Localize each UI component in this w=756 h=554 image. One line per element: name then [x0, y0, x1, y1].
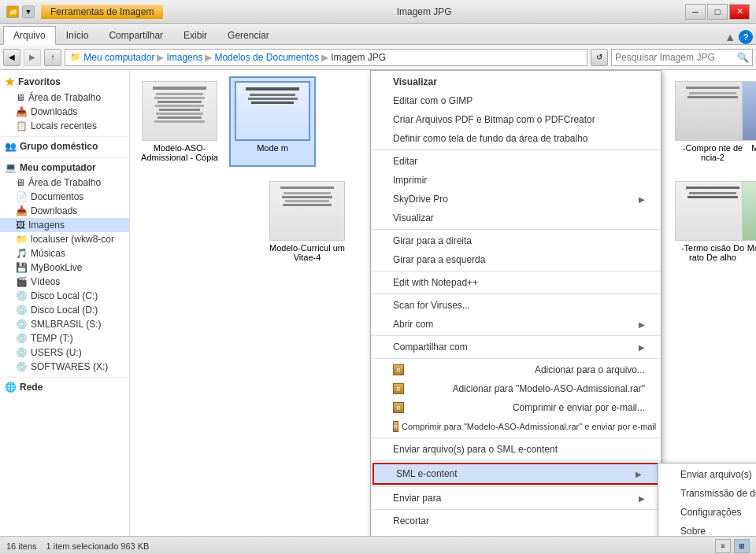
sidebar-item-diskd[interactable]: 💿 Disco Local (D:) — [0, 303, 129, 317]
sidebar-item-recent[interactable]: 📋 Locais recentes — [0, 119, 129, 133]
list-item[interactable]: Modelo-Curricul um Vitae-4 — [264, 176, 350, 267]
window-controls[interactable]: ─ □ ✕ — [685, 4, 750, 20]
sidebar-item-softwares[interactable]: 💿 SOFTWARES (X:) — [0, 360, 129, 374]
tab-inicio[interactable]: Início — [56, 26, 99, 44]
status-bar: 16 itens 1 item selecionado 963 KB ≡ ⊞ — [0, 536, 756, 554]
sidebar-item-localuser[interactable]: 📁 localuser (wkw8-cor — [0, 232, 129, 246]
sml-submenu-item-about[interactable]: Sobre — [658, 522, 756, 536]
favorites-header[interactable]: ★ Favoritos — [0, 73, 129, 90]
folder-icon: 📥 — [16, 106, 28, 117]
favorites-label: Favoritos — [18, 76, 61, 87]
ctx-item-rotate-left[interactable]: Girar para a esquerda — [371, 250, 661, 269]
search-input[interactable] — [615, 52, 737, 63]
maximize-button[interactable]: □ — [707, 4, 728, 20]
ctx-item-notepad[interactable]: Edit with Notepad++ — [371, 273, 661, 292]
sidebar-item-downloads2[interactable]: 📥 Downloads — [0, 204, 129, 218]
folder-icon: 📄 — [16, 191, 28, 202]
computer-header[interactable]: 💻 Meu computador — [0, 160, 129, 175]
up-button[interactable]: ↑ — [44, 49, 61, 66]
forward-button[interactable]: ▶ — [24, 49, 41, 66]
sidebar-item-documents[interactable]: 📄 Documentos — [0, 190, 129, 204]
ctx-item-copy[interactable]: Copiar — [371, 530, 661, 536]
tab-arquivo[interactable]: Arquivo — [3, 26, 56, 45]
ctx-item-imprimir[interactable]: Imprimir — [371, 171, 661, 190]
ctx-item-visualizar2[interactable]: Visualizar — [371, 209, 661, 227]
grupo-header[interactable]: 👥 Grupo doméstico — [0, 138, 129, 154]
grid-view-button[interactable]: ⊞ — [734, 539, 750, 553]
folder-icon: 🖼 — [16, 220, 25, 231]
list-item[interactable]: Modelo-ASO-Admissional - Cópia — [136, 76, 223, 167]
ctx-item-share[interactable]: Compartilhar com ▶ — [371, 338, 661, 356]
close-button[interactable]: ✕ — [729, 4, 750, 20]
ribbon-collapse-icon[interactable]: ▲ — [724, 31, 736, 43]
ctx-sep-7 — [371, 438, 661, 438]
sml-submenu-item-transmit[interactable]: Transmissão de documento(s) — [658, 484, 756, 503]
tab-exibir[interactable]: Exibir — [173, 26, 217, 44]
address-path[interactable]: 📁 Meu computador ▶ Imagens ▶ Modelos de … — [65, 49, 587, 66]
ctx-item-wallpaper[interactable]: Definir como tela de fundo da área de tr… — [371, 129, 661, 148]
minimize-button[interactable]: ─ — [685, 4, 706, 20]
file-thumbnail — [235, 81, 310, 141]
sidebar-item-videos[interactable]: 🎬 Vídeos — [0, 275, 129, 289]
sidebar-item-mybooklive[interactable]: 💾 MyBookLive — [0, 260, 129, 275]
sml-submenu-item-send-files[interactable]: Enviar arquivo(s) — [658, 465, 756, 484]
folder-icon: 📁 — [16, 234, 28, 245]
sidebar-divider-2 — [0, 157, 129, 158]
back-button[interactable]: ◀ — [3, 49, 20, 66]
favorites-star-icon: ★ — [5, 76, 15, 88]
sidebar-item-images[interactable]: 🖼 Imagens — [0, 218, 129, 232]
context-menu: Visualizar Editar com o GIMP Criar Arqui… — [370, 70, 662, 536]
ctx-item-send-to[interactable]: Enviar para ▶ — [371, 489, 661, 508]
rede-header[interactable]: 🌐 Rede — [0, 379, 129, 395]
ctx-sep-10 — [371, 509, 661, 510]
refresh-button[interactable]: ↺ — [591, 49, 608, 66]
rar-icon-2: R — [393, 383, 404, 394]
rar-icon-3: R — [393, 402, 404, 413]
list-view-button[interactable]: ≡ — [715, 539, 731, 553]
sidebar-item-music[interactable]: 🎵 Músicas — [0, 246, 129, 260]
ctx-item-visualizar1[interactable]: Visualizar — [371, 72, 661, 91]
ctx-item-open-with[interactable]: Abrir com ▶ — [371, 315, 661, 334]
list-item[interactable]: TÍTULO Modelo-Título de Eleitor-1 — [736, 176, 756, 267]
help-icon[interactable]: ? — [739, 30, 753, 44]
sidebar-item-downloads1[interactable]: 📥 Downloads — [0, 105, 129, 119]
rede-section: 🌐 Rede — [0, 379, 129, 395]
sidebar-item-desktop1[interactable]: 🖥 Área de Trabalho — [0, 90, 129, 105]
sidebar-item-diskc[interactable]: 💿 Disco Local (C:) — [0, 289, 129, 303]
tab-compartilhar[interactable]: Compartilhar — [98, 26, 173, 44]
ctx-item-cut[interactable]: Recortar — [371, 512, 661, 530]
disk-icon: 💿 — [16, 361, 28, 372]
tab-gerenciar[interactable]: Gerenciar — [217, 26, 280, 44]
address-bar: ◀ ▶ ↑ 📁 Meu computador ▶ Imagens ▶ Model… — [0, 45, 756, 70]
ctx-item-gimp[interactable]: Editar com o GIMP — [371, 91, 661, 110]
ctx-item-skydrive[interactable]: SkyDrive Pro ▶ — [371, 190, 661, 209]
ctx-item-add-archive[interactable]: R Adicionar para o arquivo... — [371, 360, 661, 379]
sidebar-item-temp[interactable]: 💿 TEMP (T:) — [0, 331, 129, 345]
sidebar-item-smlbrasil[interactable]: 💿 SMLBRASIL (S:) — [0, 317, 129, 331]
ctx-sep-9 — [371, 486, 661, 487]
path-segment-4[interactable]: Imagem JPG — [331, 52, 386, 63]
sidebar-item-desktop2[interactable]: 🖥 Área de Trabalho — [0, 175, 129, 190]
ctx-item-scan[interactable]: Scan for Viruses... — [371, 296, 661, 315]
sidebar-item-users[interactable]: 💿 USERS (U:) — [0, 345, 129, 360]
ctx-item-editar[interactable]: Editar — [371, 152, 661, 171]
ctx-item-add-rar[interactable]: R Adicionar para "Modelo-ASO-Admissional… — [371, 379, 661, 398]
ctx-item-send-sml[interactable]: Enviar arquivo(s) para o SML e-content — [371, 440, 661, 459]
ctx-item-compress-rar-email[interactable]: R Comprimir para "Modelo-ASO-Admissional… — [371, 417, 661, 436]
title-bar-icons: 📁 ▼ — [6, 6, 35, 18]
ctx-item-sml-econtent[interactable]: SML e-content ▶ Enviar arquivo(s) Transm… — [372, 463, 659, 485]
ctx-sep-6 — [371, 358, 661, 359]
rede-label: Rede — [20, 382, 43, 393]
list-item[interactable]: Mode m — [229, 76, 316, 167]
search-box[interactable]: 🔍 — [611, 49, 753, 66]
sml-submenu-item-settings[interactable]: Configurações — [658, 503, 756, 522]
path-segment-2[interactable]: Imagens — [166, 52, 202, 63]
ctx-item-pdf[interactable]: Criar Arquivos PDF e Bitmap com o PDFCre… — [371, 110, 661, 129]
disk-icon: 💿 — [16, 347, 28, 358]
list-item[interactable]: CPF Modelo-CPF-1 — [736, 76, 756, 157]
file-name: Modelo-CPF-1 — [751, 143, 756, 153]
ctx-item-compress-email[interactable]: R Comprimir e enviar por e-mail... — [371, 398, 661, 417]
path-segment-3[interactable]: Modelos de Documentos — [214, 52, 319, 63]
ctx-item-rotate-right[interactable]: Girar para a direita — [371, 231, 661, 250]
path-segment-1[interactable]: Meu computador — [83, 52, 154, 63]
